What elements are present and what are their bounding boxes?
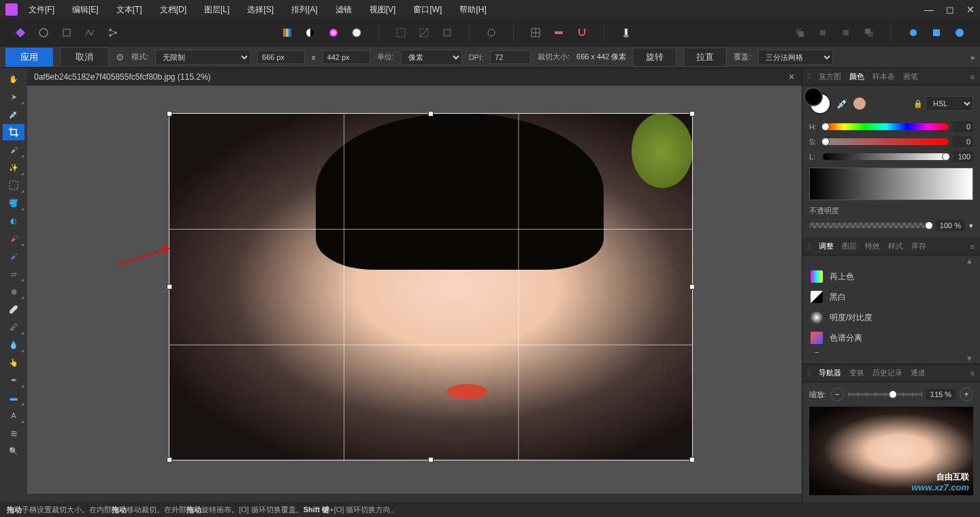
- paint-brush-tool[interactable]: 🖌: [3, 230, 24, 247]
- arrange-front-icon[interactable]: [860, 23, 879, 42]
- lit-slider[interactable]: [823, 153, 949, 160]
- crop-handle-ml[interactable]: [167, 284, 172, 289]
- adjust-vibrance[interactable]: 振动: [802, 348, 980, 353]
- adjust-bw[interactable]: 黑白: [802, 287, 980, 307]
- menu-edit[interactable]: 编辑[E]: [69, 1, 101, 18]
- height-input[interactable]: [323, 50, 370, 64]
- adjust-posterize[interactable]: 色谱分离: [802, 328, 980, 348]
- adjust-recolor[interactable]: 再上色: [802, 266, 980, 287]
- quickmask-icon[interactable]: [482, 23, 501, 42]
- subtract-shape-icon[interactable]: [927, 23, 946, 42]
- erase-tool[interactable]: ▱: [3, 266, 24, 282]
- persona-export-icon[interactable]: [103, 23, 122, 42]
- navigator-preview[interactable]: 自由互联 www.xz7.com: [809, 407, 973, 495]
- gear-icon[interactable]: ⚙: [116, 52, 125, 63]
- autowhite-icon[interactable]: [347, 23, 366, 42]
- pixel-grid-icon[interactable]: [549, 23, 568, 42]
- autocolor-icon[interactable]: [324, 23, 343, 42]
- opacity-dropdown-icon[interactable]: ▾: [969, 221, 973, 230]
- unit-select[interactable]: 像素: [401, 50, 462, 65]
- adjust-brightness[interactable]: 明度/对比度: [802, 307, 980, 328]
- pen-tool[interactable]: ✒: [3, 372, 24, 388]
- crop-handle-bm[interactable]: [428, 457, 434, 463]
- persona-liquify-icon[interactable]: [34, 23, 53, 42]
- zoom-in-button[interactable]: +: [960, 388, 973, 401]
- scroll-down-icon[interactable]: ▼: [802, 353, 980, 364]
- maximize-button[interactable]: ◻: [946, 4, 954, 15]
- add-shape-icon[interactable]: [904, 23, 923, 42]
- menu-text[interactable]: 文本[T]: [114, 1, 145, 18]
- mixer-brush-tool[interactable]: 🖌: [3, 248, 24, 264]
- crop-tool[interactable]: [3, 124, 24, 140]
- panel-menu-icon[interactable]: ≡: [970, 242, 975, 251]
- menu-filter[interactable]: 滤镜: [333, 1, 355, 18]
- crop-handle-br[interactable]: [689, 457, 695, 463]
- persona-tone-icon[interactable]: [80, 23, 99, 42]
- crop-frame[interactable]: [169, 113, 693, 460]
- selection-brush-tool[interactable]: 🖌: [3, 142, 24, 158]
- selection-rect-icon[interactable]: [391, 23, 410, 42]
- menu-arrange[interactable]: 排列[A]: [289, 1, 321, 18]
- selection-deselect-icon[interactable]: [414, 23, 434, 42]
- close-tab-icon[interactable]: ✕: [788, 72, 795, 82]
- arrange-back-icon[interactable]: [790, 23, 809, 42]
- text-tool[interactable]: A: [3, 407, 24, 424]
- overlay-select[interactable]: 三分法网格: [758, 50, 833, 65]
- tab-effects[interactable]: 特效: [865, 241, 880, 251]
- opacity-value[interactable]: 100 %: [936, 220, 965, 231]
- tab-transform[interactable]: 变换: [849, 368, 864, 378]
- persona-develop-icon[interactable]: [57, 23, 76, 42]
- tab-navigator[interactable]: 导航器: [819, 368, 841, 378]
- tab-styles[interactable]: 样式: [888, 241, 903, 251]
- tab-brushes[interactable]: 画笔: [903, 72, 918, 82]
- tab-histogram[interactable]: 直方图: [819, 72, 841, 82]
- intersect-shape-icon[interactable]: [950, 23, 969, 42]
- selection-invert-icon[interactable]: [438, 23, 457, 42]
- crop-handle-tr[interactable]: [689, 111, 695, 116]
- tab-swatches[interactable]: 样本条: [872, 72, 895, 82]
- grid-icon[interactable]: [526, 23, 545, 42]
- rectangle-tool[interactable]: ▬: [3, 390, 24, 406]
- tab-color[interactable]: 颜色: [849, 72, 864, 82]
- tab-adjustments[interactable]: 调整: [819, 241, 834, 251]
- horizontal-scrollbar[interactable]: [27, 494, 802, 502]
- assistant-icon[interactable]: [617, 23, 636, 42]
- zoom-value[interactable]: 115 %: [926, 389, 956, 400]
- menu-select[interactable]: 选择[S]: [244, 1, 276, 18]
- smudge-tool[interactable]: 👆: [3, 354, 24, 371]
- minimize-button[interactable]: —: [924, 4, 934, 15]
- gradient-tool[interactable]: ◐: [3, 213, 24, 229]
- menu-file[interactable]: 文件[F]: [26, 1, 57, 18]
- sampled-color-swatch[interactable]: [853, 97, 866, 110]
- sat-slider[interactable]: [823, 138, 949, 145]
- arrange-backward-icon[interactable]: [813, 23, 832, 42]
- magic-wand-tool[interactable]: ✨: [3, 159, 24, 176]
- mesh-tool[interactable]: ⊞: [3, 425, 24, 441]
- autolevels-icon[interactable]: [278, 23, 297, 42]
- clone-tool[interactable]: ⊕: [3, 283, 24, 300]
- color-mode-select[interactable]: HSL: [926, 96, 973, 111]
- menu-help[interactable]: 帮助[H]: [457, 1, 489, 18]
- menu-document[interactable]: 文档[D]: [157, 1, 189, 18]
- persona-photo-icon[interactable]: [11, 23, 30, 42]
- tab-history[interactable]: 历史记录: [872, 368, 902, 378]
- lit-value[interactable]: 100: [953, 151, 973, 162]
- scroll-up-icon[interactable]: ▲: [802, 255, 980, 266]
- tab-layers[interactable]: 图层: [842, 241, 857, 251]
- rotate-button[interactable]: 旋转: [633, 48, 676, 67]
- apply-button[interactable]: 应用: [5, 48, 53, 67]
- mode-select[interactable]: 无限制: [155, 50, 250, 65]
- menu-window[interactable]: 窗口[W]: [410, 1, 444, 18]
- sat-value[interactable]: 0: [953, 136, 973, 147]
- straighten-button[interactable]: 拉直: [683, 48, 727, 67]
- lock-icon[interactable]: 🔒: [913, 99, 923, 108]
- crop-handle-bl[interactable]: [167, 457, 172, 463]
- autocontrast-icon[interactable]: [301, 23, 320, 42]
- crop-handle-tm[interactable]: [428, 111, 434, 116]
- menu-view[interactable]: 视图[V]: [367, 1, 399, 18]
- blur-tool[interactable]: 💧: [3, 336, 24, 353]
- crop-handle-tl[interactable]: [167, 111, 172, 116]
- color-gradient-preview[interactable]: [809, 168, 973, 200]
- arrange-forward-icon[interactable]: [836, 23, 855, 42]
- panel-menu-icon[interactable]: ≡: [970, 369, 975, 377]
